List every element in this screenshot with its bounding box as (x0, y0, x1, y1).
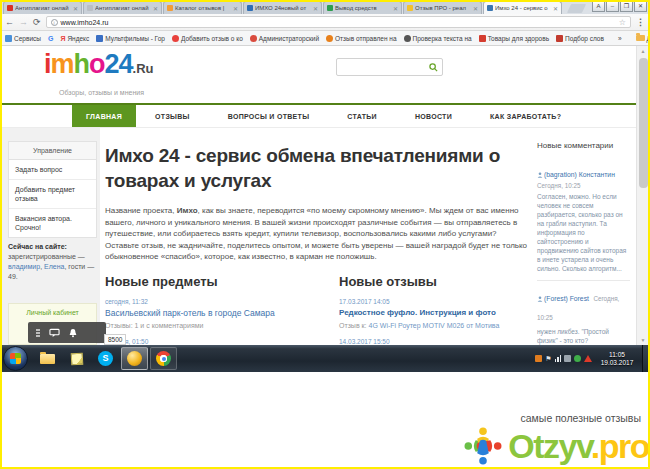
taskbar-clock[interactable]: 11:05 19.03.2017 (597, 351, 637, 367)
management-panel: Управление Задать вопрос Добавить предме… (8, 141, 97, 238)
bookmark-star-icon[interactable]: ☆ (619, 18, 626, 27)
browser-menu-icon[interactable]: ⋮ (636, 17, 645, 27)
bookmark-item[interactable]: Сервисы (5, 35, 41, 42)
sidebar-item-author-vacancy[interactable]: Вакансия автора. Срочно! (9, 209, 96, 237)
browser-tab[interactable]: Вывод средств✕ (323, 1, 402, 14)
taskbar-explorer-button[interactable] (34, 347, 61, 370)
scrollbar-thumb[interactable] (639, 58, 648, 188)
taskbar-notes-button[interactable] (63, 347, 90, 370)
bookmarks-bar: Сервисы G ЯЯндекс Мультфильмы - Гор Доба… (0, 31, 650, 46)
nav-item-earn[interactable]: КАК ЗАРАБОТАТЬ? (471, 105, 580, 127)
taskbar-skype-button[interactable]: S (92, 347, 119, 370)
browser-tab[interactable]: Отзыв ПРО - реал✕ (403, 1, 482, 14)
scroll-up-icon[interactable]: ▲ (637, 46, 649, 56)
window-minimize-button[interactable]: – (606, 1, 619, 12)
chat-icon[interactable] (49, 328, 60, 338)
new-comments-panel: Новые комментарии (bagration) Константин… (537, 128, 630, 345)
address-bar[interactable]: i www.imho24.ru ☆ (46, 16, 631, 28)
bookmark-item[interactable]: G (48, 35, 53, 42)
chat-notification-widget[interactable] (28, 322, 106, 343)
drag-handle-icon[interactable] (36, 329, 40, 337)
comment-author-link[interactable]: (Forest) Forest (544, 295, 589, 302)
page-info-icon[interactable]: i (51, 19, 58, 26)
nav-item-reviews[interactable]: ОТЗЫВЫ (136, 105, 209, 127)
show-desktop-button[interactable] (642, 345, 650, 372)
tray-app-icon[interactable] (535, 355, 542, 362)
tab-close-icon[interactable]: ✕ (313, 5, 318, 12)
tab-close-icon[interactable]: ✕ (73, 5, 78, 12)
otzyv-pro-wordmark: Otzyv.pro (508, 427, 649, 465)
network-signal-icon[interactable] (555, 355, 562, 362)
nav-item-articles[interactable]: СТАТЬИ (328, 105, 396, 127)
clock-time: 11:05 (597, 351, 637, 359)
taskbar-chrome-button[interactable] (150, 347, 177, 370)
browser-tab[interactable]: Антиплагиат онлай✕ (3, 1, 82, 14)
bookmark-item[interactable]: Отзыв отправлен на (326, 35, 396, 42)
window-close-button[interactable]: ✕ (634, 1, 647, 12)
window-maximize-button[interactable]: ❐ (620, 1, 633, 12)
other-bookmarks-button[interactable]: Другие закладки (636, 35, 650, 42)
page-title: Имхо 24 - сервис обмена впечатлениями о … (105, 143, 532, 193)
browser-tab[interactable]: Антиплагиат онлай✕ (83, 1, 162, 14)
bookmark-item[interactable]: Проверка текста на (404, 35, 472, 42)
list-item: сегодня, 01:50 Черный жемчуг Био-масло д… (105, 338, 339, 346)
tab-close-icon[interactable]: ✕ (233, 5, 238, 12)
item-title-link[interactable]: Редкостное фуфло. Инструкция и фото (339, 308, 532, 318)
tab-close-icon[interactable]: ✕ (153, 5, 158, 12)
tab-close-icon[interactable]: ✕ (393, 5, 398, 12)
back-icon[interactable]: ← (5, 18, 14, 27)
url-text[interactable]: www.imho24.ru (61, 19, 109, 26)
sidebar-item-ask-question[interactable]: Задать вопрос (9, 160, 96, 180)
nav-item-qa[interactable]: ВОПРОСЫ И ОТВЕТЫ (209, 105, 329, 127)
item-meta: Отзывы: 1 и с комментариями (105, 322, 339, 329)
bookmark-item[interactable]: Добавить отзыв о ко (172, 35, 243, 42)
window-extra-button[interactable]: А (592, 1, 605, 12)
search-icon[interactable] (429, 63, 438, 72)
bookmark-item[interactable]: Подбор слов (556, 35, 604, 42)
item-title-link[interactable]: Васильевский парк-отель в городе Самара (105, 308, 339, 318)
browser-tab[interactable]: ИМХО 24новый от✕ (243, 1, 322, 14)
browser-tab-active[interactable]: Имхо 24 - сервис о✕ (483, 1, 562, 14)
sidebar-item-add-subject[interactable]: Добавить предмет отзыва (9, 180, 96, 209)
bell-icon[interactable] (69, 328, 77, 338)
reload-icon[interactable]: ⟳ (33, 18, 41, 27)
comment-author-link[interactable]: (bagration) Константин (544, 171, 615, 178)
new-subjects-title: Новые предметы (105, 274, 339, 289)
online-user-link[interactable]: Елена (44, 263, 64, 270)
start-button[interactable] (3, 346, 28, 371)
yandex-icon: Я (60, 35, 65, 42)
bookmark-icon (172, 35, 179, 42)
forward-icon[interactable]: → (19, 18, 28, 27)
scroll-down-icon[interactable]: ▼ (637, 335, 649, 345)
bookmark-item[interactable]: Администраторский (250, 35, 319, 42)
action-center-flag-icon[interactable]: ⚑ (545, 355, 551, 362)
bookmark-item[interactable]: Товары для здоровь (479, 35, 549, 42)
online-user-link[interactable]: владимир (8, 263, 40, 270)
taskbar-messenger-button[interactable] (121, 347, 148, 370)
counter-badge: 8500 (104, 334, 126, 345)
browser-tab[interactable]: Каталог отзывов |✕ (163, 1, 242, 14)
bookmark-item[interactable]: ЯЯндекс (60, 35, 89, 42)
tab-favicon-icon (407, 5, 413, 11)
otzyv-pro-logo: Otzyv.pro (462, 425, 649, 467)
bookmark-label: Добавить отзыв о ко (181, 35, 243, 42)
folder-icon (636, 35, 645, 41)
sticky-notes-icon (70, 352, 83, 365)
intro-paragraph: Название проекта, Имхо, как вы знаете, п… (105, 205, 532, 263)
site-logo[interactable]: i m h o 2 4 .Ru (44, 49, 154, 84)
search-input[interactable] (341, 64, 429, 71)
tray-app-icon[interactable] (564, 355, 571, 362)
new-tab-button[interactable] (567, 4, 586, 13)
page-scrollbar[interactable]: ▲ ▼ (636, 46, 649, 345)
tab-close-icon[interactable]: ✕ (553, 5, 558, 12)
item-meta-link[interactable]: 4G Wi-Fi Роутер MOTIV M026 от Мотива (369, 322, 500, 329)
bookmark-item[interactable]: Мультфильмы - Гор (96, 35, 165, 42)
new-comments-title: Новые комментарии (537, 141, 630, 150)
nav-item-main[interactable]: ГЛАВНАЯ (72, 105, 136, 127)
site-search-box (336, 58, 443, 76)
warning-icon[interactable] (584, 355, 592, 362)
tray-status-icon[interactable] (574, 355, 581, 362)
nav-item-news[interactable]: НОВОСТИ (396, 105, 471, 127)
tab-close-icon[interactable]: ✕ (473, 5, 478, 12)
bookmarks-overflow-chevron[interactable]: » (618, 35, 622, 42)
